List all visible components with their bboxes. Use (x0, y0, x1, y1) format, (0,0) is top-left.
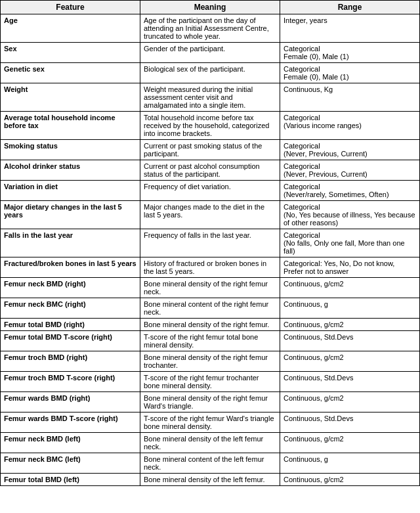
features-table: Feature Meaning Range AgeAge of the part… (0, 0, 420, 486)
range-cell: Continuous, Std.Devs (280, 331, 420, 351)
range-cell: Continuous, g/cm2 (280, 392, 420, 413)
feature-cell: Femur neck BMC (left) (1, 453, 140, 474)
meaning-cell: Total household income before tax receiv… (140, 112, 280, 140)
range-cell: Continuous, Std.Devs (280, 413, 420, 433)
meaning-cell: Age of the participant on the day of att… (140, 14, 280, 43)
feature-cell: Weight (1, 83, 140, 112)
range-cell: Continuous, g/cm2 (280, 319, 420, 331)
meaning-cell: Bone mineral content of the right femur … (140, 298, 280, 319)
table-row: Smoking statusCurrent or past smoking st… (1, 140, 420, 160)
range-cell: Categorical(Never/rarely, Sometimes, Oft… (280, 181, 420, 201)
feature-cell: Major dietary changes in the last 5 year… (1, 201, 140, 229)
meaning-cell: Weight measured during the initial asses… (140, 83, 280, 112)
col-header-feature: Feature (1, 1, 140, 14)
meaning-cell: Gender of the participant. (140, 43, 280, 63)
meaning-cell: Current or past smoking status of the pa… (140, 140, 280, 160)
meaning-cell: T-score of the right femur total bone mi… (140, 331, 280, 351)
meaning-cell: Bone mineral density of the left femur n… (140, 433, 280, 453)
range-cell: Continuous, g (280, 298, 420, 319)
meaning-cell: Major changes made to the diet in the la… (140, 201, 280, 229)
table-row: Femur neck BMD (right)Bone mineral densi… (1, 278, 420, 298)
table-row: Femur troch BMD T-score (right)T-score o… (1, 372, 420, 392)
feature-cell: Femur neck BMD (left) (1, 433, 140, 453)
table-row: Falls in the last yearFrequency of falls… (1, 229, 420, 257)
feature-cell: Average total household income before ta… (1, 112, 140, 140)
col-header-range: Range (280, 1, 420, 14)
table-row: Femur total BMD (left)Bone mineral densi… (1, 474, 420, 486)
range-cell: Categorical: Yes, No, Do not know, Prefe… (280, 257, 420, 278)
feature-cell: Smoking status (1, 140, 140, 160)
range-cell: Integer, years (280, 14, 420, 43)
feature-cell: Femur total BMD T-score (right) (1, 331, 140, 351)
feature-cell: Sex (1, 43, 140, 63)
table-row: Average total household income before ta… (1, 112, 420, 140)
range-cell: CategoricalFemale (0), Male (1) (280, 43, 420, 63)
range-cell: Continuous, g (280, 453, 420, 474)
table-row: Femur neck BMD (left)Bone mineral densit… (1, 433, 420, 453)
table-row: Femur wards BMD (right)Bone mineral dens… (1, 392, 420, 413)
table-row: Major dietary changes in the last 5 year… (1, 201, 420, 229)
range-cell: Continuous, Kg (280, 83, 420, 112)
feature-cell: Age (1, 14, 140, 43)
table-row: AgeAge of the participant on the day of … (1, 14, 420, 43)
meaning-cell: T-score of the right femur Ward's triang… (140, 413, 280, 433)
meaning-cell: History of fractured or broken bones in … (140, 257, 280, 278)
table-row: Femur neck BMC (right)Bone mineral conte… (1, 298, 420, 319)
range-cell: Categorical(Various income ranges) (280, 112, 420, 140)
table-row: WeightWeight measured during the initial… (1, 83, 420, 112)
feature-cell: Femur total BMD (left) (1, 474, 140, 486)
feature-cell: Femur wards BMD (right) (1, 392, 140, 413)
feature-cell: Alcohol drinker status (1, 160, 140, 181)
table-row: SexGender of the participant.Categorical… (1, 43, 420, 63)
table-row: Variation in dietFrequency of diet varia… (1, 181, 420, 201)
range-cell: Continuous, g/cm2 (280, 351, 420, 372)
range-cell: Continuous, g/cm2 (280, 433, 420, 453)
meaning-cell: Bone mineral content of the left femur n… (140, 453, 280, 474)
meaning-cell: Current or past alcohol consumption stat… (140, 160, 280, 181)
table-row: Alcohol drinker statusCurrent or past al… (1, 160, 420, 181)
range-cell: Categorical(Never, Previous, Current) (280, 160, 420, 181)
range-cell: Categorical(Never, Previous, Current) (280, 140, 420, 160)
meaning-cell: Frequency of diet variation. (140, 181, 280, 201)
meaning-cell: Bone mineral density of the right femur … (140, 351, 280, 372)
range-cell: Continuous, g/cm2 (280, 278, 420, 298)
meaning-cell: Bone mineral density of the right femur … (140, 392, 280, 413)
meaning-cell: Frequency of falls in the last year. (140, 229, 280, 257)
col-header-meaning: Meaning (140, 1, 280, 14)
table-row: Femur total BMD (right)Bone mineral dens… (1, 319, 420, 331)
table-row: Femur total BMD T-score (right)T-score o… (1, 331, 420, 351)
feature-cell: Femur neck BMD (right) (1, 278, 140, 298)
feature-cell: Femur neck BMC (right) (1, 298, 140, 319)
table-row: Femur neck BMC (left)Bone mineral conten… (1, 453, 420, 474)
table-row: Femur wards BMD T-score (right)T-score o… (1, 413, 420, 433)
table-row: Fractured/broken bones in last 5 yearsHi… (1, 257, 420, 278)
meaning-cell: T-score of the right femur trochanter bo… (140, 372, 280, 392)
feature-cell: Genetic sex (1, 63, 140, 83)
meaning-cell: Bone mineral density of the right femur … (140, 278, 280, 298)
range-cell: Categorical(No falls, Only one fall, Mor… (280, 229, 420, 257)
feature-cell: Femur troch BMD T-score (right) (1, 372, 140, 392)
feature-cell: Variation in diet (1, 181, 140, 201)
feature-cell: Falls in the last year (1, 229, 140, 257)
range-cell: CategoricalFemale (0), Male (1) (280, 63, 420, 83)
feature-cell: Femur total BMD (right) (1, 319, 140, 331)
meaning-cell: Biological sex of the participant. (140, 63, 280, 83)
meaning-cell: Bone mineral density of the right femur. (140, 319, 280, 331)
range-cell: Continuous, g/cm2 (280, 474, 420, 486)
table-row: Genetic sexBiological sex of the partici… (1, 63, 420, 83)
feature-cell: Femur wards BMD T-score (right) (1, 413, 140, 433)
feature-cell: Fractured/broken bones in last 5 years (1, 257, 140, 278)
table-row: Femur troch BMD (right)Bone mineral dens… (1, 351, 420, 372)
meaning-cell: Bone mineral density of the left femur. (140, 474, 280, 486)
feature-cell: Femur troch BMD (right) (1, 351, 140, 372)
range-cell: Categorical(No, Yes because of illness, … (280, 201, 420, 229)
range-cell: Continuous, Std.Devs (280, 372, 420, 392)
